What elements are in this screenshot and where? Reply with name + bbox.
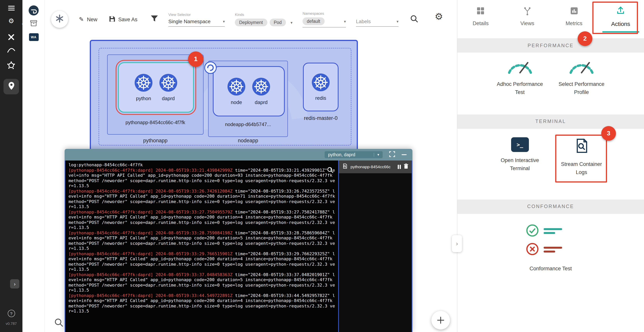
pod-nodeapp[interactable]: node daprd bbox=[213, 66, 285, 116]
tab-metrics[interactable]: Metrics bbox=[551, 0, 598, 37]
pod-name-label: redis-master-0 bbox=[288, 115, 354, 121]
left-rail: ⚙⚙ › ? v0.787 bbox=[0, 0, 22, 332]
deployment-nodeapp[interactable]: node daprd nodeapp-d64b5747... bbox=[208, 61, 288, 137]
kubernetes-icon bbox=[135, 74, 152, 93]
container-select-value: python, daprd bbox=[328, 152, 355, 157]
labels-placeholder: Labels bbox=[356, 18, 371, 24]
kind-chip-deployment[interactable]: Deployment bbox=[235, 18, 267, 26]
container-label: redis bbox=[315, 95, 326, 101]
log-pane[interactable]: log:pythonapp-8454cc66c-4f7fk [pythonapp… bbox=[66, 160, 338, 332]
container-daprd[interactable]: daprd bbox=[252, 77, 270, 105]
terminal-header: python, daprd ▾ bbox=[64, 149, 412, 160]
log-output: [pythonapp-8454cc66c-4f7fk:daprd] 2024-0… bbox=[68, 168, 335, 314]
app-window: ⚙⚙ › ? v0.787 WA bbox=[0, 0, 644, 332]
gear-icon: ⚙ bbox=[435, 11, 443, 22]
menu-icon[interactable] bbox=[0, 5, 22, 11]
panel-collapse-handle[interactable]: › bbox=[452, 235, 462, 252]
select-performance-profile-action[interactable]: Select Performance Profile bbox=[551, 58, 612, 97]
log-stream-tab[interactable]: pythonapp-8454cc66c bbox=[339, 160, 412, 173]
wa-plugin-icon[interactable]: WA bbox=[22, 33, 45, 41]
adhoc-performance-test-action[interactable]: Adhoc Performance Test bbox=[489, 58, 550, 97]
container-node[interactable]: node bbox=[228, 77, 245, 105]
container-select-dropdown[interactable]: python, daprd ▾ bbox=[324, 151, 383, 158]
terminal-prompt-icon: >_ bbox=[511, 137, 529, 152]
tab-views[interactable]: Views bbox=[504, 0, 550, 37]
annotation-box-stream-logs bbox=[555, 135, 607, 183]
minimize-button[interactable] bbox=[402, 154, 407, 155]
kubernetes-icon bbox=[312, 73, 330, 93]
kubernetes-icon bbox=[228, 77, 245, 97]
deployment-pythonapp[interactable]: python daprd pythonapp-8454cc66c-4f7fk bbox=[107, 54, 204, 135]
log-line: [pythonapp-8454cc66c-4f7fk:daprd] 2024-0… bbox=[68, 272, 335, 293]
section-header-terminal: TERMINAL bbox=[457, 114, 644, 129]
new-label: New bbox=[87, 16, 97, 22]
log-line: [pythonapp-8454cc66c-4f7fk:daprd] 2024-0… bbox=[68, 189, 335, 209]
cluster-icon[interactable] bbox=[0, 61, 22, 70]
new-button[interactable]: ✎ New bbox=[79, 16, 97, 23]
grid-icon bbox=[476, 6, 485, 17]
location-pin-tab[interactable] bbox=[0, 79, 22, 94]
action-label: Select Performance Profile bbox=[555, 80, 608, 97]
details-panel: Details Views Metrics Actions bbox=[457, 0, 644, 332]
add-node-fab[interactable] bbox=[432, 311, 450, 330]
pencil-icon: ✎ bbox=[79, 16, 84, 23]
gauge-icon bbox=[568, 58, 596, 76]
save-as-button[interactable]: Save As bbox=[109, 16, 137, 23]
dapr-sidecar-icon bbox=[204, 61, 217, 75]
annotation-box-actions bbox=[592, 1, 638, 34]
curve-tool-icon[interactable] bbox=[0, 47, 22, 53]
search-icon bbox=[410, 14, 418, 24]
help-button[interactable]: ? bbox=[0, 310, 22, 317]
container-daprd[interactable]: daprd bbox=[160, 74, 177, 101]
pod-name-label: nodeapp-d64b5747... bbox=[208, 122, 288, 127]
check-circle-icon bbox=[526, 224, 539, 238]
chevron-down-icon: ▾ bbox=[290, 20, 292, 24]
conformance-test-action[interactable]: Conformance Test bbox=[530, 266, 572, 271]
archive-box-icon[interactable] bbox=[22, 20, 45, 26]
terminal-body: log:pythonapp-8454cc66c-4f7fk [pythonapp… bbox=[64, 160, 412, 332]
conformance-pass-row bbox=[526, 224, 576, 238]
log-search-button[interactable] bbox=[327, 167, 334, 173]
annotation-badge-2: 2 bbox=[578, 31, 592, 46]
dapr-logo-icon[interactable] bbox=[22, 5, 45, 15]
container-python[interactable]: python bbox=[135, 74, 152, 101]
namespaces-selector[interactable]: Namespaces default ▾ bbox=[302, 11, 346, 27]
sidebar-expand-button[interactable]: › bbox=[7, 279, 22, 289]
log-line: [pythonapp-8454cc66c-4f7fk:daprd] 2024-0… bbox=[68, 293, 335, 314]
settings-gears-icon[interactable]: ⚙⚙ bbox=[0, 17, 22, 25]
labels-selector[interactable]: Labels ▾ bbox=[356, 12, 398, 26]
tab-label: Details bbox=[472, 20, 489, 26]
deployment-name-label: pythonapp bbox=[107, 138, 204, 143]
container-redis[interactable]: redis bbox=[312, 73, 330, 101]
kind-chip-pod[interactable]: Pod bbox=[270, 18, 286, 26]
log-line: [pythonapp-8454cc66c-4f7fk:daprd] 2024-0… bbox=[68, 209, 335, 230]
canvas-zoom-button[interactable] bbox=[54, 318, 64, 327]
delete-stream-button[interactable] bbox=[404, 163, 408, 171]
open-interactive-terminal-action[interactable]: >_ Open Interactive Terminal bbox=[489, 137, 550, 177]
namespace-chip-default[interactable]: default bbox=[302, 17, 324, 25]
tab-label: Views bbox=[520, 20, 534, 26]
conformance-items: Conformance Test bbox=[457, 214, 644, 271]
pod-redis[interactable]: redis bbox=[303, 63, 338, 111]
chevron-down-icon: ▾ bbox=[344, 19, 346, 23]
view-selector[interactable]: View Selector Single Namespace ▾ bbox=[168, 12, 225, 26]
canvas-area: ✎ New Save As View Selector Single Names… bbox=[45, 0, 457, 332]
container-label: node bbox=[231, 99, 242, 105]
view-selector-label: View Selector bbox=[168, 12, 225, 16]
pod-pythonapp[interactable]: python daprd bbox=[118, 62, 194, 112]
log-line: [pythonapp-8454cc66c-4f7fk:daprd] 2024-0… bbox=[68, 168, 335, 189]
search-button[interactable] bbox=[410, 14, 418, 24]
container-label: daprd bbox=[255, 99, 268, 105]
pause-stream-button[interactable] bbox=[398, 165, 401, 169]
fullscreen-button[interactable] bbox=[389, 151, 395, 158]
settings-button[interactable]: ⚙ bbox=[435, 11, 443, 22]
container-label: python bbox=[136, 95, 151, 101]
tab-label: Metrics bbox=[566, 20, 582, 26]
tools-icon[interactable] bbox=[0, 33, 22, 41]
kinds-filter[interactable]: Kinds Deployment Pod ▾ bbox=[235, 12, 292, 26]
tab-details[interactable]: Details bbox=[457, 0, 504, 37]
shapes-button[interactable] bbox=[51, 11, 68, 28]
namespaces-label: Namespaces bbox=[302, 11, 346, 15]
filter-button[interactable] bbox=[150, 15, 158, 23]
pod-name-label: pythonapp-8454cc66c-4f7fk bbox=[108, 120, 203, 125]
